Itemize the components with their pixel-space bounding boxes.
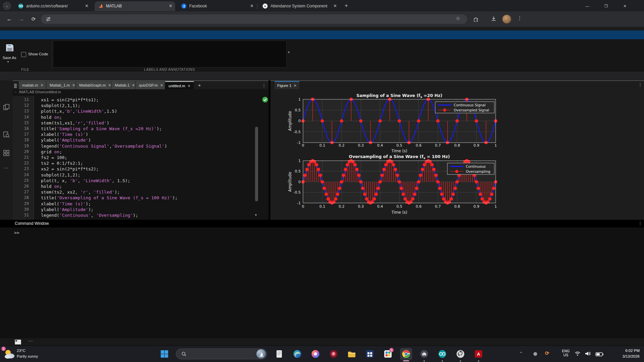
daily-image-thumb[interactable] [256,349,266,359]
back-button[interactable]: ← [5,14,14,24]
avatar[interactable] [502,15,511,23]
grip-icon[interactable] [14,83,17,87]
close-icon[interactable]: ✕ [293,84,297,88]
bookmark-star-icon[interactable]: ☆ [456,15,460,21]
code-line[interactable]: hold on; [41,184,62,189]
close-icon[interactable]: ✕ [188,84,191,88]
kebab-icon[interactable]: ⋮ [262,83,266,88]
taskbar-app-acrobat-icon[interactable]: A [474,350,483,358]
code-line[interactable]: legend('Continuous', 'Oversampling'); [41,212,138,218]
close-icon[interactable]: ✕ [250,3,254,8]
tab-figure-1[interactable]: Figure 1 ✕ [275,81,299,90]
reload-button[interactable]: ⟳ [29,14,38,24]
taskbar-app-edge-icon[interactable] [293,350,302,358]
code-line[interactable]: xlabel('Time (s)') [41,132,88,137]
status-dot-icon[interactable] [533,352,538,356]
code-line[interactable]: xs2 = sin(2*pi*f*ts2); [41,166,99,172]
browser-tab-4[interactable]: ✳Attendance System Component✕ [259,1,340,11]
panel-icon[interactable] [15,340,21,345]
code-line[interactable]: subplot(2,1,1); [41,103,80,108]
command-window[interactable]: >> [0,227,644,338]
apps-grid-icon[interactable] [3,150,9,156]
downloads-icon[interactable] [491,16,497,22]
code-line[interactable]: grid on; [41,149,62,155]
battery-icon[interactable] [595,352,603,356]
taskbar-app-store-icon[interactable] [365,350,374,358]
editor-tab-MatlabGraph-m[interactable]: MatlabGraph.m✕ [76,81,111,90]
chevron-up-icon[interactable]: ⌃ [519,351,523,356]
show-code-checkbox[interactable] [21,52,26,57]
close-icon[interactable]: ✕ [108,83,111,87]
new-file-button[interactable]: + [198,82,201,88]
code-line[interactable]: title('Oversampling of a Sine Wave (f_s … [41,195,178,201]
clock-time[interactable]: 6:02 PM [611,349,640,353]
code-line[interactable]: fs2 = 100; [41,155,67,160]
new-tab-button[interactable]: + [342,2,350,10]
taskbar-search-pill[interactable] [176,349,267,359]
sync-icon[interactable]: ⟳ [545,350,549,356]
taskbar-app-file-explorer-icon[interactable] [347,350,356,358]
command-window-header[interactable]: Command Window ⋮ [0,220,644,227]
volume-icon[interactable] [585,351,591,356]
editor-tab-matlab-m[interactable]: matlab.m✕ [19,81,46,90]
code-editor[interactable]: 1112131415161718192021222324252627282930… [13,96,268,220]
editor-tab-untitled-m[interactable]: untitled.m✕ [165,81,194,90]
tray-language[interactable]: ENG US [560,349,572,357]
taskbar-app-arduino-icon[interactable] [438,350,447,358]
wifi-icon[interactable] [575,351,581,356]
forward-button[interactable]: → [17,14,26,24]
save-as-icon[interactable] [5,43,14,52]
clock-date[interactable]: 3/13/2026 [611,354,640,358]
taskbar-app-github-icon[interactable] [456,350,465,358]
minimize-icon[interactable]: — [580,2,595,10]
close-icon[interactable]: ✕ [132,83,135,87]
taskbar-app-copilot-icon[interactable] [311,350,320,358]
code-line[interactable]: ylabel('Amplitude') [41,137,91,143]
code-line[interactable]: stem(ts2, xs2, 'r', 'filled'); [41,189,120,195]
code-line[interactable]: hold on; [41,114,62,120]
ellipsis-icon[interactable]: ⋯ [28,338,33,344]
close-icon[interactable]: ✕ [40,83,43,87]
browser-tab-1[interactable]: arduino.cc/en/software/✕ [15,1,91,11]
code-line[interactable]: stem(ts1,xs1,'r','filled') [41,120,109,126]
code-line[interactable]: legend('Continuous Signal','Oversampled … [41,143,167,149]
figure-canvas[interactable]: 00.10.20.30.40.50.60.70.80.91-1-0.500.51… [270,89,644,220]
code-line[interactable]: plot(t, x, 'b', 'LineWidth', 1.5); [41,178,130,184]
close-icon[interactable]: ✕ [617,2,632,10]
panels-icon[interactable] [3,104,9,110]
code-line[interactable]: plot(t,x,'b','LineWidth',1.5) [41,108,117,114]
ellipsis-icon[interactable]: ⋯ [4,165,9,170]
scrollbar-thumb[interactable] [255,127,258,201]
find-files-icon[interactable] [3,132,9,138]
scrollbar-down-icon[interactable]: ▼ [254,213,257,217]
kebab-icon[interactable]: ⋮ [638,82,642,87]
close-icon[interactable]: ✕ [72,83,75,87]
code-line[interactable]: ts2 = 0:1/fs2:1; [41,160,83,166]
editor-tab-Matlab-1[interactable]: Matlab.1✕ [111,81,136,90]
code-line[interactable]: ylabel('Amplitude'); [41,207,94,212]
close-icon[interactable]: ✕ [169,3,172,8]
browser-tab-2[interactable]: MATLAB✕ [95,1,175,11]
taskbar-app-powerpoint-icon[interactable]: P [329,350,338,358]
code-line[interactable]: xs1 = sin(2*pi*f*ts1); [41,97,99,103]
maximize-icon[interactable]: ❒ [599,2,613,10]
ribbon-overflow-button[interactable]: ▼ [287,51,290,54]
browser-tab-3[interactable]: fFacebook✕ [178,1,256,11]
editor-tab-quizDSP-m[interactable]: quizDSP.m✕ [136,81,165,90]
tab-search-button[interactable]: ⌄ [3,2,11,10]
save-as-dropdown-icon[interactable]: ▼ [7,60,9,63]
editor-tab-Matlab_1-m[interactable]: Matlab_1.m✕ [46,81,76,90]
kebab-icon[interactable]: ⋮ [517,15,522,21]
close-icon[interactable]: ✕ [85,3,89,8]
taskbar-app-chrome-icon[interactable] [402,350,410,358]
kebab-icon[interactable]: ⋮ [638,221,642,226]
code-line[interactable]: xlabel('Time (s)'); [41,201,91,207]
close-icon[interactable]: ✕ [160,83,163,87]
collapse-icon[interactable]: ⌄ [14,90,17,93]
start-button[interactable] [160,350,168,358]
code-line[interactable]: title('Sampling of a Sine Wave (f_s =20 … [41,126,162,132]
taskbar-app-notepad-icon[interactable] [275,350,284,358]
taskbar-app-discord-icon[interactable] [420,350,429,358]
extensions-icon[interactable] [473,16,479,22]
url-pill[interactable] [41,14,467,24]
